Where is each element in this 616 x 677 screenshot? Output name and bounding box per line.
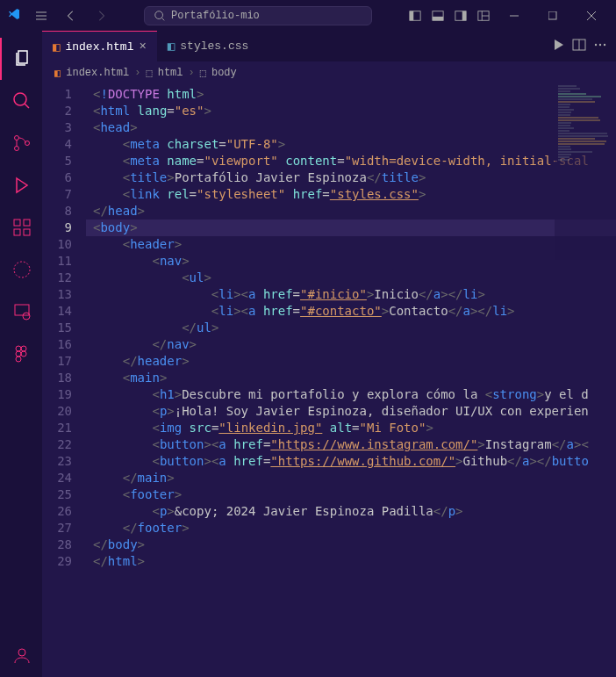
svg-point-21 [21, 346, 26, 351]
breadcrumb[interactable]: ◧ index.html › ⬚ html › ⬚ body [42, 61, 616, 84]
split-editor-icon[interactable] [572, 38, 586, 55]
command-center[interactable]: Portafólio-mio [144, 6, 372, 25]
svg-point-28 [599, 43, 601, 45]
search-icon[interactable] [0, 80, 42, 122]
svg-rect-6 [462, 11, 466, 20]
tab-index-html[interactable]: ◧ index.html × [42, 31, 157, 61]
vscode-icon [7, 7, 21, 25]
accounts-icon[interactable] [0, 635, 42, 677]
svg-rect-16 [24, 220, 30, 226]
svg-point-27 [595, 43, 597, 45]
close-icon[interactable]: × [139, 40, 146, 54]
breadcrumb-item[interactable]: html [158, 67, 183, 79]
remote-icon[interactable] [0, 291, 42, 333]
menu-icon[interactable] [32, 6, 51, 25]
svg-point-25 [18, 649, 25, 656]
html-file-icon: ◧ [54, 67, 61, 80]
layout-panel-icon[interactable] [428, 6, 448, 25]
svg-point-9 [14, 93, 26, 105]
code-editor[interactable]: 1234567891011121314151617181920212223242… [42, 84, 616, 677]
extensions-icon[interactable] [0, 206, 42, 248]
minimize-button[interactable] [497, 3, 532, 29]
customize-layout-icon[interactable] [474, 6, 493, 25]
explorer-icon[interactable] [0, 38, 42, 80]
css-file-icon: ◧ [168, 39, 175, 54]
layout-sidebar-right-icon[interactable] [451, 6, 470, 25]
svg-point-24 [16, 357, 21, 362]
run-debug-icon[interactable] [0, 164, 42, 206]
svg-rect-2 [410, 11, 413, 20]
search-text: Portafólio-mio [171, 10, 260, 22]
nav-back-icon[interactable] [61, 6, 81, 25]
gitlens-icon[interactable] [0, 248, 42, 291]
activity-bar [0, 31, 42, 677]
tag-icon: ⬚ [146, 67, 152, 80]
svg-rect-13 [14, 220, 20, 226]
tab-label: styles.css [180, 40, 248, 53]
svg-rect-14 [14, 229, 20, 235]
nav-forward-icon[interactable] [91, 6, 111, 25]
breadcrumb-item[interactable]: index.html [66, 67, 129, 79]
svg-rect-8 [548, 11, 556, 19]
editor-area: ◧ index.html × ◧ styles.css ◧ index.html… [42, 31, 616, 677]
source-control-icon[interactable] [0, 122, 42, 164]
search-icon [154, 10, 166, 22]
svg-point-29 [604, 43, 605, 45]
svg-point-23 [21, 351, 26, 357]
tabs: ◧ index.html × ◧ styles.css [42, 31, 616, 61]
chevron-right-icon: › [134, 67, 140, 79]
code-content[interactable]: <!DOCTYPE html><html lang="es"><head> <m… [86, 84, 616, 677]
svg-point-22 [16, 351, 21, 357]
chevron-right-icon: › [189, 67, 195, 79]
line-gutter: 1234567891011121314151617181920212223242… [42, 84, 86, 677]
more-icon[interactable] [593, 38, 607, 55]
run-icon[interactable] [551, 38, 565, 55]
maximize-button[interactable] [535, 3, 570, 29]
svg-rect-15 [24, 229, 30, 235]
svg-rect-18 [15, 305, 29, 315]
svg-point-19 [23, 313, 30, 320]
tab-label: index.html [65, 40, 133, 54]
svg-point-10 [15, 136, 19, 140]
html-file-icon: ◧ [53, 40, 60, 54]
svg-point-0 [155, 11, 163, 18]
titlebar: Portafólio-mio [0, 0, 616, 31]
close-button[interactable] [574, 3, 609, 29]
tag-icon: ⬚ [200, 67, 206, 80]
tab-styles-css[interactable]: ◧ styles.css [157, 31, 259, 61]
svg-rect-4 [433, 16, 443, 19]
svg-point-20 [16, 346, 21, 351]
svg-point-11 [15, 147, 19, 151]
svg-point-17 [14, 262, 30, 277]
breadcrumb-item[interactable]: body [211, 67, 237, 79]
layout-sidebar-left-icon[interactable] [405, 6, 425, 25]
figma-icon[interactable] [0, 333, 42, 375]
minimap[interactable] [555, 84, 616, 260]
